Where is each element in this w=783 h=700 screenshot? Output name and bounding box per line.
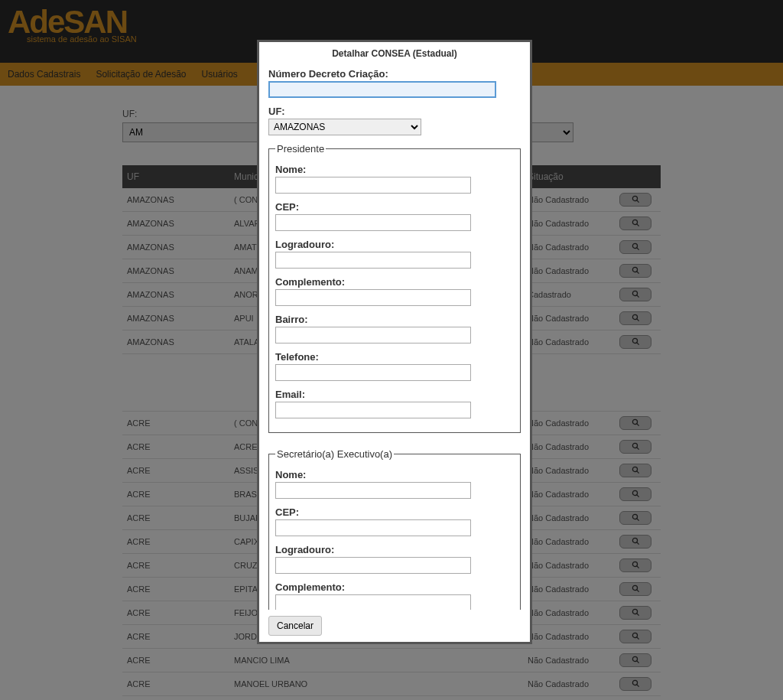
pres-complemento-input[interactable]	[275, 289, 471, 306]
uf-modal-select[interactable]: AMAZONAS	[268, 119, 421, 135]
secretario-fieldset: Secretário(a) Executivo(a) Nome: CEP: Lo…	[268, 448, 521, 610]
sec-complemento-label: Complemento:	[275, 581, 514, 593]
pres-bairro-label: Bairro:	[275, 314, 514, 325]
sec-cep-label: CEP:	[275, 506, 514, 518]
sec-logradouro-input[interactable]	[275, 557, 471, 574]
secretario-legend: Secretário(a) Executivo(a)	[275, 448, 394, 460]
pres-email-label: Email:	[275, 389, 514, 400]
pres-bairro-input[interactable]	[275, 327, 471, 343]
pres-cep-input[interactable]	[275, 214, 471, 231]
modal-title: Detalhar CONSEA (Estadual)	[268, 48, 521, 59]
cancel-button[interactable]: Cancelar	[268, 616, 322, 636]
pres-telefone-input[interactable]	[275, 364, 471, 381]
sec-logradouro-label: Logradouro:	[275, 544, 514, 555]
uf-modal-label: UF:	[268, 106, 521, 117]
pres-cep-label: CEP:	[275, 201, 514, 213]
pres-complemento-label: Complemento:	[275, 276, 514, 288]
sec-nome-label: Nome:	[275, 469, 514, 480]
sec-nome-input[interactable]	[275, 482, 471, 499]
pres-telefone-label: Telefone:	[275, 351, 514, 363]
modal-detalhar-consea: Detalhar CONSEA (Estadual) Número Decret…	[257, 40, 532, 644]
pres-logradouro-input[interactable]	[275, 252, 471, 269]
pres-email-input[interactable]	[275, 402, 471, 418]
presidente-legend: Presidente	[275, 143, 326, 155]
presidente-fieldset: Presidente Nome: CEP: Logradouro: Comple…	[268, 143, 521, 433]
sec-complemento-input[interactable]	[275, 594, 471, 610]
numero-decreto-label: Número Decreto Criação:	[268, 68, 521, 80]
pres-nome-label: Nome:	[275, 164, 514, 175]
pres-logradouro-label: Logradouro:	[275, 239, 514, 250]
numero-decreto-input[interactable]	[268, 81, 496, 98]
pres-nome-input[interactable]	[275, 177, 471, 194]
sec-cep-input[interactable]	[275, 519, 471, 536]
modal-footer: Cancelar	[259, 610, 530, 642]
modal-body[interactable]: Detalhar CONSEA (Estadual) Número Decret…	[259, 42, 530, 610]
